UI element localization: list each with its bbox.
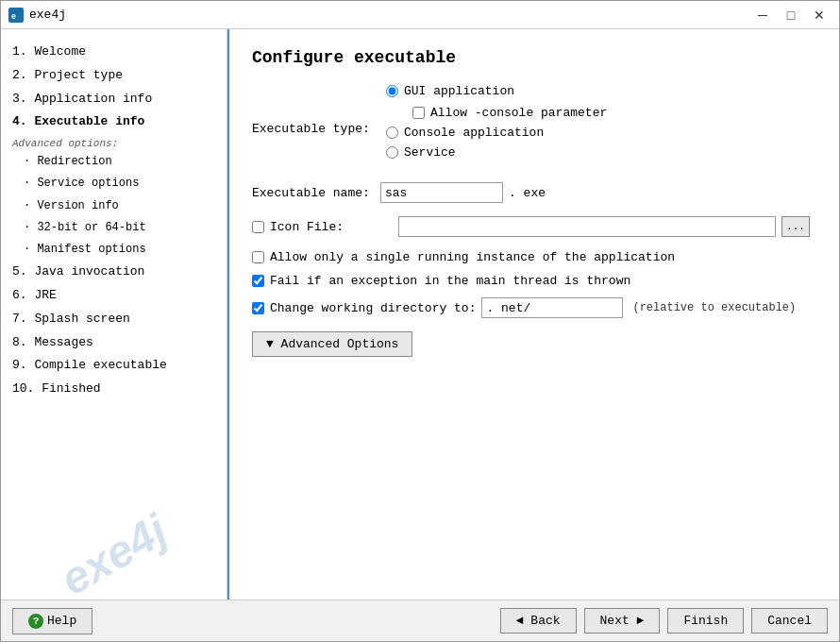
sidebar-item-java-invocation[interactable]: 5. Java invocation [8,261,219,284]
gui-radio[interactable] [386,85,398,97]
title-bar-left: e exe4j [8,8,66,23]
exe-suffix: . exe [509,186,546,200]
browse-button[interactable]: ... [781,216,810,237]
icon-file-label: Icon File: [270,220,393,234]
console-radio[interactable] [386,127,398,139]
help-button[interactable]: ? Help [12,608,92,634]
sidebar-item-executable-info[interactable]: 4. Executable info [8,110,219,134]
sidebar-item-redirection[interactable]: · Redirection [8,151,219,173]
icon-file-row: Icon File: ... [252,216,816,237]
sidebar-watermark: exe4j [3,476,224,600]
working-dir-checkbox[interactable] [252,302,264,314]
exe-type-radio-group: GUI application Allow -console parameter… [386,84,607,160]
exe-name-input[interactable] [380,182,503,203]
fail-exception-label: Fail if an exception in the main thread … [270,274,630,288]
sidebar-item-jre[interactable]: 6. JRE [8,284,219,308]
sidebar-item-32-64-bit[interactable]: · 32-bit or 64-bit [8,217,219,239]
sidebar-item-messages[interactable]: 8. Messages [8,331,219,355]
sidebar-item-version-info[interactable]: · Version info [8,195,219,217]
icon-file-input[interactable] [398,216,776,237]
title-bar: e exe4j ─ □ ✕ [1,1,839,29]
close-button[interactable]: ✕ [807,6,832,25]
allow-console-text: Allow -console parameter [430,106,607,120]
advanced-options-label: Advanced options: [8,134,219,151]
footer: ? Help ◄ Back Next ► Finish Cancel [1,600,839,641]
minimize-button[interactable]: ─ [750,6,775,25]
sidebar-item-splash-screen[interactable]: 7. Splash screen [8,308,219,331]
service-radio-label[interactable]: Service [386,145,607,160]
main-content: 1. Welcome 2. Project type 3. Applicatio… [1,29,839,600]
svg-text:e: e [11,11,16,21]
sidebar: 1. Welcome 2. Project type 3. Applicatio… [1,29,227,600]
working-dir-label: Change working directory to: [270,301,476,315]
content-area: Configure executable Executable type: GU… [227,29,839,600]
executable-type-label: Executable type: [252,122,375,136]
working-dir-input[interactable] [481,297,623,318]
sidebar-item-application-info[interactable]: 3. Application info [8,88,219,111]
sidebar-item-compile[interactable]: 9. Compile executable [8,354,219,378]
window-controls: ─ □ ✕ [750,6,832,25]
sidebar-item-project-type[interactable]: 2. Project type [8,64,219,88]
exe-name-row: Executable name: . exe [252,182,816,203]
cancel-button[interactable]: Cancel [751,608,828,634]
service-radio[interactable] [386,146,398,159]
gui-radio-label[interactable]: GUI application [386,84,607,98]
gui-radio-text: GUI application [404,84,514,98]
sidebar-item-service-options[interactable]: · Service options [8,173,219,194]
icon-file-checkbox[interactable] [252,221,264,233]
allow-console-label[interactable]: Allow -console parameter [412,106,607,120]
sidebar-item-finished[interactable]: 10. Finished [8,378,219,401]
single-instance-row: Allow only a single running instance of … [252,250,816,264]
app-icon: e [8,8,24,23]
relative-label: (relative to executable) [632,301,796,314]
sidebar-item-welcome[interactable]: 1. Welcome [8,41,219,64]
finish-button[interactable]: Finish [667,608,744,634]
console-radio-label[interactable]: Console application [386,126,607,140]
help-icon: ? [28,614,43,629]
advanced-options-button[interactable]: ▼ Advanced Options [252,331,412,357]
help-label: Help [47,614,76,628]
service-radio-text: Service [404,145,456,160]
page-title: Configure executable [252,48,816,67]
main-window: e exe4j ─ □ ✕ 1. Welcome 2. Project type… [0,0,840,642]
working-dir-row: Change working directory to: (relative t… [252,297,816,318]
exe-name-label: Executable name: [252,186,375,200]
next-button[interactable]: Next ► [584,608,661,634]
allow-console-checkbox[interactable] [412,107,425,119]
sidebar-item-manifest-options[interactable]: · Manifest options [8,239,219,261]
single-instance-label: Allow only a single running instance of … [270,250,675,264]
maximize-button[interactable]: □ [779,6,803,25]
window-title: exe4j [29,8,66,22]
fail-exception-row: Fail if an exception in the main thread … [252,274,816,288]
console-radio-text: Console application [404,126,544,140]
executable-type-row: Executable type: GUI application Allow -… [252,84,816,173]
fail-exception-checkbox[interactable] [252,275,264,287]
back-button[interactable]: ◄ Back [500,608,577,634]
single-instance-checkbox[interactable] [252,251,264,263]
